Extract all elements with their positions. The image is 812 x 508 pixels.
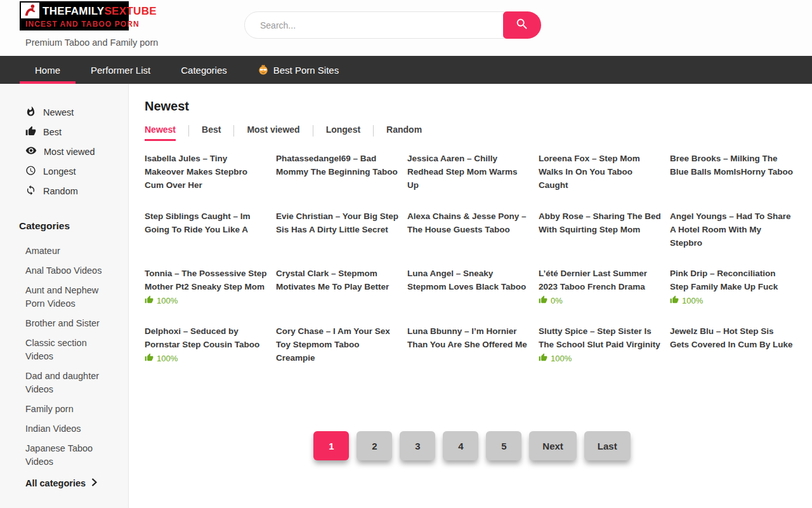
category-link[interactable]: Brother and Sister (25, 317, 111, 330)
video-card[interactable]: Luna Angel – Sneaky Stepmom Loves Black … (407, 267, 531, 324)
tab-best[interactable]: Best (202, 124, 221, 139)
video-card[interactable]: Jessica Aaren – Chilly Redhead Step Mom … (407, 152, 531, 210)
video-card[interactable]: Tonnia – The Possessive Step Mother Pt2 … (145, 267, 268, 324)
category-link[interactable]: Aunt and Nephew Porn Videos (25, 284, 111, 311)
nav-item-categories[interactable]: Categories (166, 56, 242, 84)
video-title: Crystal Clark – Stepmom Motivates Me To … (276, 267, 400, 293)
page-button-5[interactable]: 5 (486, 431, 521, 460)
category-link[interactable]: Amateur (25, 244, 111, 258)
rating-badge: 100% (145, 353, 268, 364)
video-card[interactable]: Cory Chase – I Am Your Sex Toy Stepmom T… (276, 324, 400, 382)
category-link[interactable]: Dad and daughter Videos (25, 370, 111, 396)
page-button-last[interactable]: Last (584, 431, 631, 460)
category-link[interactable]: Indian Videos (25, 422, 111, 436)
nav-item-best-porn-sites[interactable]: Best Porn Sites (242, 56, 354, 84)
video-title: Phatassedangel69 – Bad Mommy The Beginni… (276, 152, 400, 178)
nav-item-label: Home (35, 65, 60, 76)
thumbs-up-icon (670, 295, 679, 306)
rating-value: 100% (157, 354, 178, 363)
video-title: Abby Rose – Sharing The Bed With Squirti… (539, 210, 662, 236)
main-nav: HomePerformer ListCategoriesBest Porn Si… (0, 56, 812, 84)
video-card[interactable]: L’été Dernier Last Summer 2023 Taboo Fre… (539, 267, 662, 324)
page-button-next[interactable]: Next (529, 431, 577, 460)
page-button-1[interactable]: 1 (313, 431, 349, 460)
sidebar-item-longest[interactable]: Longest (25, 164, 128, 178)
tab-separator (188, 125, 189, 137)
video-title: L’été Dernier Last Summer 2023 Taboo Fre… (539, 267, 662, 293)
video-title: Tonnia – The Possessive Step Mother Pt2 … (145, 267, 268, 293)
video-card[interactable]: Crystal Clark – Stepmom Motivates Me To … (276, 267, 400, 324)
video-title: Pink Drip – Reconciliation Step Family M… (670, 267, 794, 293)
categories-heading: Categories (19, 220, 128, 232)
refresh-icon (25, 185, 36, 197)
clock-icon (25, 165, 36, 178)
sidebar-item-label: Random (43, 186, 78, 196)
video-card[interactable]: Loreena Fox – Step Mom Walks In On You T… (539, 152, 662, 210)
nav-item-performer-list[interactable]: Performer List (75, 56, 166, 84)
sidebar-item-newest[interactable]: Newest (25, 105, 128, 119)
tab-longest[interactable]: Longest (326, 124, 360, 139)
video-card[interactable]: Step Siblings Caught – Im Going To Ride … (145, 210, 268, 267)
rating-badge: 100% (670, 295, 794, 306)
video-title: Jewelz Blu – Hot Step Sis Gets Covered I… (670, 324, 794, 351)
site-tagline: Premium Taboo and Family porn (25, 37, 158, 48)
video-card[interactable]: Jewelz Blu – Hot Step Sis Gets Covered I… (670, 324, 794, 382)
video-title: Angel Youngs – Had To Share A Hotel Room… (670, 210, 794, 250)
all-categories-label: All categories (25, 478, 86, 488)
video-card[interactable]: Slutty Spice – Step Sister Is The School… (539, 324, 662, 382)
tab-separator (313, 125, 313, 137)
page-button-3[interactable]: 3 (400, 431, 435, 460)
video-card[interactable]: Isabella Jules – Tiny Makeover Makes Ste… (145, 152, 268, 210)
video-title: Luna Angel – Sneaky Stepmom Loves Black … (407, 267, 531, 293)
video-card[interactable]: Evie Christian – Your Big Step Sis Has A… (276, 210, 400, 267)
sidebar-item-random[interactable]: Random (25, 184, 128, 197)
search-bar (244, 11, 541, 39)
chevron-right-icon (91, 478, 97, 488)
main-content: Newest NewestBestMost viewedLongestRando… (145, 84, 799, 460)
nav-item-home[interactable]: Home (20, 56, 75, 84)
sidebar: NewestBestMost viewedLongestRandom Categ… (0, 84, 129, 508)
category-link[interactable]: Japanese Taboo Videos (25, 442, 111, 469)
video-title: Loreena Fox – Step Mom Walks In On You T… (539, 152, 662, 192)
page-body: NewestBestMost viewedLongestRandom Categ… (0, 84, 812, 508)
sidebar-item-best[interactable]: Best (25, 125, 128, 138)
page-button-2[interactable]: 2 (357, 431, 392, 460)
video-card[interactable]: Pink Drip – Reconciliation Step Family M… (670, 267, 794, 324)
rating-value: 100% (157, 296, 178, 305)
thumbs-up-icon (539, 353, 547, 364)
category-link[interactable]: Family porn (25, 403, 111, 416)
search-button[interactable] (503, 11, 541, 39)
eye-icon (25, 145, 37, 158)
video-card[interactable]: Luna Bbunny – I’m Hornier Than You Are S… (407, 324, 531, 382)
tab-most-viewed[interactable]: Most viewed (247, 124, 299, 139)
search-input[interactable] (244, 11, 541, 39)
tab-random[interactable]: Random (386, 124, 422, 139)
nav-item-label: Performer List (91, 65, 150, 76)
video-card[interactable]: Bree Brooks – Milking The Blue Balls Mom… (670, 152, 794, 210)
sidebar-category-links: AmateurAnal Taboo VideosAunt and Nephew … (25, 244, 128, 469)
rating-badge: 0% (539, 295, 662, 306)
video-card[interactable]: Delphoxi – Seduced by Pornstar Step Cous… (145, 324, 268, 382)
tab-separator (373, 125, 374, 137)
category-link[interactable]: Classic section Videos (25, 337, 111, 363)
thumbs-up-icon (145, 353, 154, 364)
sidebar-item-most-viewed[interactable]: Most viewed (25, 145, 128, 158)
sidebar-item-label: Newest (43, 107, 74, 117)
video-card[interactable]: Angel Youngs – Had To Share A Hotel Room… (670, 210, 794, 267)
pagination: 12345NextLast (145, 431, 799, 460)
page-title: Newest (145, 99, 799, 114)
video-card[interactable]: Abby Rose – Sharing The Bed With Squirti… (539, 210, 662, 267)
video-card[interactable]: Alexa Chains & Jesse Pony – The House Gu… (407, 210, 531, 267)
tab-newest[interactable]: Newest (145, 124, 176, 141)
video-title: Delphoxi – Seduced by Pornstar Step Cous… (145, 324, 268, 351)
video-title: Step Siblings Caught – Im Going To Ride … (145, 210, 268, 236)
page-button-4[interactable]: 4 (443, 431, 478, 460)
site-header: THEFAMILYSEXTUBE INCEST AND TABOO PORN P… (0, 0, 812, 56)
search-icon (515, 17, 529, 33)
video-title: Jessica Aaren – Chilly Redhead Step Mom … (407, 152, 531, 192)
site-logo[interactable]: THEFAMILYSEXTUBE INCEST AND TABOO PORN (20, 1, 129, 30)
logo-figure-icon (21, 3, 39, 18)
category-link[interactable]: Anal Taboo Videos (25, 264, 111, 277)
all-categories-link[interactable]: All categories (25, 478, 128, 488)
video-card[interactable]: Phatassedangel69 – Bad Mommy The Beginni… (276, 152, 400, 210)
